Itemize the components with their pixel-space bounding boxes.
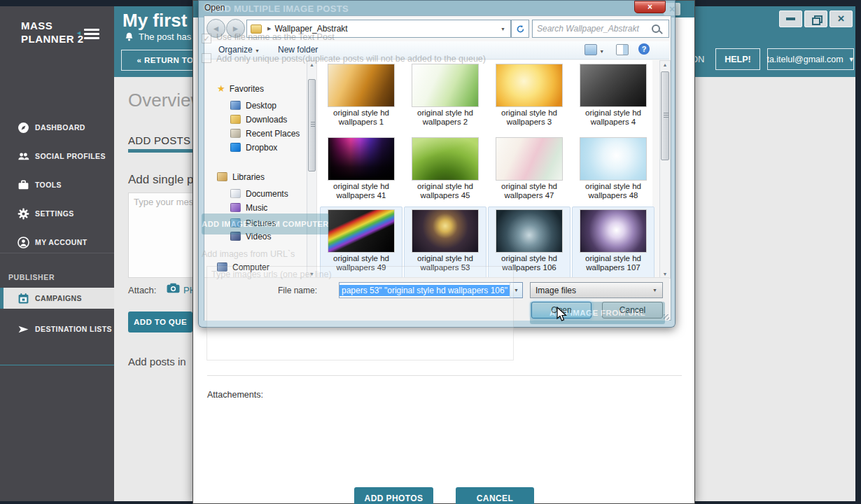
file-name: original style hd wallpapers 48 bbox=[573, 182, 654, 200]
modal-divider bbox=[207, 375, 682, 376]
file-item[interactable]: original style hd wallpapers 107 bbox=[572, 206, 654, 279]
nav-item-label: Favorites bbox=[230, 84, 264, 94]
help-button[interactable]: HELP! bbox=[715, 48, 760, 70]
nav-item-music[interactable]: Music bbox=[230, 201, 267, 214]
address-bar[interactable]: ▶ Wallpaper_Abstrakt ▼ bbox=[246, 20, 511, 38]
file-thumbnail bbox=[580, 209, 647, 253]
file-scrollbar-thumb[interactable] bbox=[661, 71, 669, 160]
file-scroll-down-icon[interactable]: ▼ bbox=[660, 272, 670, 276]
address-dropdown-icon[interactable]: ▼ bbox=[500, 27, 505, 31]
nav-item-documents[interactable]: Documents bbox=[230, 187, 288, 200]
close-window-button[interactable]: × bbox=[830, 10, 853, 27]
file-scroll-up-icon[interactable]: ▲ bbox=[660, 62, 670, 67]
organize-menu[interactable]: Organize ▼ bbox=[218, 45, 260, 55]
search-box[interactable]: Search Wallpaper_Abstrakt bbox=[532, 20, 669, 38]
filename-input[interactable]: papers 53" "original style hd wallpapers… bbox=[339, 282, 523, 298]
nav-item-recent-places[interactable]: Recent Places bbox=[230, 127, 300, 140]
search-placeholder: Search Wallpaper_Abstrakt bbox=[537, 24, 639, 34]
sidebar-item-label: SOCIAL PROFILES bbox=[35, 152, 106, 160]
file-item[interactable]: original style hd wallpapers 1 bbox=[321, 62, 402, 133]
minimize-button[interactable] bbox=[779, 10, 802, 27]
filetype-value: Image files bbox=[536, 286, 576, 295]
hamburger-menu-icon[interactable] bbox=[84, 27, 99, 41]
nav-scroll-down-icon[interactable]: ▼ bbox=[307, 272, 316, 276]
resize-grip[interactable] bbox=[664, 314, 669, 320]
filename-label: File name: bbox=[278, 286, 317, 295]
nav-scrollbar[interactable]: ▲ ▼ bbox=[307, 60, 317, 279]
minimize-icon bbox=[786, 18, 795, 20]
file-item[interactable]: original style hd wallpapers 3 bbox=[489, 62, 570, 133]
file-thumbnail bbox=[412, 64, 479, 107]
file-item[interactable]: original style hd wallpapers 53 bbox=[404, 206, 486, 279]
sidebar-item-my-account[interactable]: MY ACCOUNT bbox=[0, 232, 114, 253]
file-item[interactable]: original style hd wallpapers 45 bbox=[405, 135, 486, 206]
sidebar-item-settings[interactable]: SETTINGS bbox=[0, 203, 114, 224]
help-icon[interactable]: ? bbox=[638, 43, 650, 55]
sidebar-item-destination-lists[interactable]: DESTINATION LISTS bbox=[0, 318, 114, 340]
favorites-star-icon: ★ bbox=[217, 83, 225, 94]
restore-button[interactable] bbox=[804, 10, 827, 27]
nav-item-dropbox[interactable]: Dropbox bbox=[230, 141, 277, 154]
dialog-cancel-button[interactable]: Cancel bbox=[602, 302, 663, 318]
nav-item-favorites[interactable]: ★Favorites bbox=[217, 82, 264, 95]
add-single-post-label: Add single po bbox=[128, 173, 200, 187]
filename-dropdown-icon[interactable]: ▼ bbox=[510, 283, 522, 298]
sidebar-item-social-profiles[interactable]: SOCIAL PROFILES bbox=[0, 146, 114, 167]
nav-item-label: Dropbox bbox=[246, 143, 277, 153]
back-button[interactable]: ◄ bbox=[206, 19, 225, 38]
window-frame-right bbox=[855, 0, 861, 504]
add-photos-button[interactable]: ADD PHOTOS bbox=[354, 487, 433, 504]
nav-scroll-up-icon[interactable]: ▲ bbox=[307, 62, 316, 67]
sidebar-item-campaigns[interactable]: CAMPAIGNS bbox=[0, 288, 114, 309]
forward-button[interactable]: ► bbox=[226, 19, 245, 38]
file-name: original style hd wallpapers 47 bbox=[489, 182, 570, 200]
nav-item-videos[interactable]: Videos bbox=[230, 230, 271, 243]
modal-cancel-button[interactable]: CANCEL bbox=[456, 487, 534, 504]
file-item[interactable]: original style hd wallpapers 2 bbox=[405, 62, 486, 133]
preview-pane-icon bbox=[616, 44, 629, 55]
nav-item-libraries[interactable]: Libraries bbox=[217, 170, 265, 183]
new-folder-button[interactable]: New folder bbox=[278, 45, 318, 55]
app-logo-line1: MASS bbox=[21, 19, 84, 32]
file-item[interactable]: original style hd wallpapers 49 bbox=[320, 206, 402, 279]
nav-scrollbar-thumb[interactable] bbox=[308, 79, 316, 172]
sidebar-item-label: DESTINATION LISTS bbox=[35, 325, 112, 333]
tab-add-posts[interactable]: ADD POSTS bbox=[128, 134, 190, 146]
views-button[interactable]: ▼ bbox=[584, 44, 604, 55]
sidebar: MASS PLANNER 2 ◄ DASHBOARDSOCIAL PROFILE… bbox=[0, 6, 114, 501]
nav-item-pictures[interactable]: Pictures bbox=[230, 216, 276, 230]
mouse-cursor bbox=[556, 307, 568, 323]
file-name: original style hd wallpapers 53 bbox=[405, 254, 486, 272]
downloads-folder-icon bbox=[230, 115, 241, 124]
sidebar-item-dashboard[interactable]: DASHBOARD bbox=[0, 117, 114, 138]
file-item[interactable]: original style hd wallpapers 106 bbox=[488, 206, 570, 279]
sidebar-collapse-caret: ◄ bbox=[76, 29, 82, 36]
dialog-title: Open bbox=[204, 3, 225, 13]
dialog-close-button[interactable]: × bbox=[634, 1, 666, 13]
nav-item-label: Documents bbox=[246, 189, 288, 199]
sidebar-teal-divider bbox=[0, 365, 114, 365]
nav-item-label: Desktop bbox=[246, 101, 276, 111]
nav-item-downloads[interactable]: Downloads bbox=[230, 113, 287, 126]
views-icon bbox=[584, 44, 597, 55]
nav-item-computer[interactable]: Computer bbox=[217, 260, 270, 274]
file-item[interactable]: original style hd wallpapers 48 bbox=[573, 135, 654, 206]
account-dropdown[interactable]: ta.itelul@gmail.com ▼ bbox=[767, 48, 854, 70]
preview-pane-button[interactable] bbox=[616, 44, 629, 55]
file-item[interactable]: original style hd wallpapers 4 bbox=[573, 62, 654, 133]
sidebar-item-tools[interactable]: TOOLS bbox=[0, 174, 114, 195]
desktop-icon bbox=[230, 101, 241, 110]
attach-label: Attach: bbox=[128, 285, 156, 295]
pictures-icon bbox=[230, 218, 241, 227]
file-scrollbar[interactable]: ▲ ▼ bbox=[659, 60, 671, 279]
refresh-button[interactable] bbox=[511, 20, 529, 38]
file-item[interactable]: original style hd wallpapers 41 bbox=[321, 135, 402, 206]
restore-icon bbox=[812, 15, 820, 23]
account-email: ta.itelul@gmail.com bbox=[766, 55, 843, 64]
dialog-close-icon: × bbox=[648, 2, 652, 12]
file-item[interactable]: original style hd wallpapers 47 bbox=[489, 135, 570, 206]
add-to-queue-button[interactable]: ADD TO QUE bbox=[128, 312, 192, 332]
file-thumbnail bbox=[328, 64, 395, 107]
filetype-dropdown[interactable]: Image files ▼ bbox=[530, 282, 663, 298]
nav-item-desktop[interactable]: Desktop bbox=[230, 99, 276, 112]
